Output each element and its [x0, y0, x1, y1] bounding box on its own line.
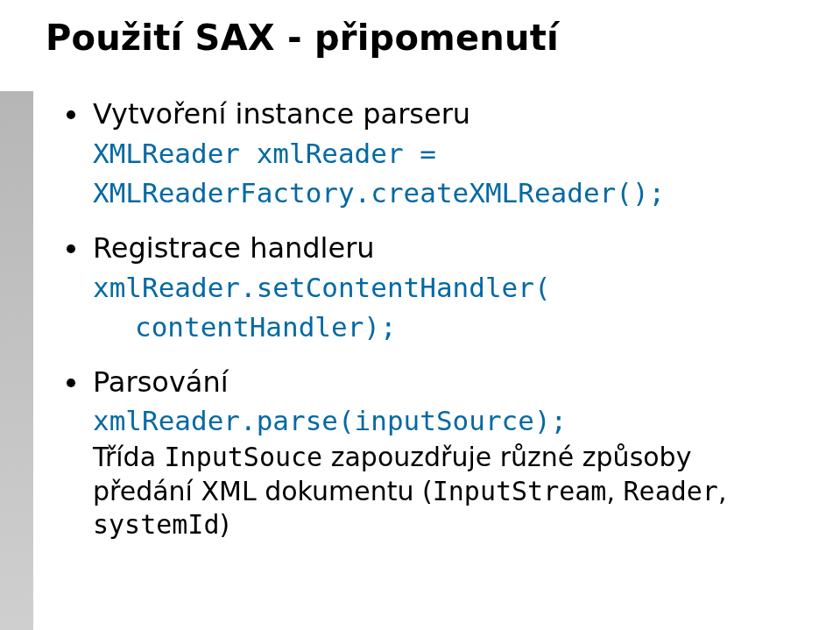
- bullet-heading: Registrace handleru: [93, 231, 375, 265]
- code-line: XMLReaderFactory.createXMLReader();: [93, 175, 797, 211]
- code-line: XMLReader xmlReader =: [93, 136, 797, 172]
- text: ): [220, 509, 230, 540]
- text: ,: [718, 476, 727, 506]
- text: ,: [606, 476, 623, 506]
- bullet-item: Parsování xmlReader.parse(inputSource); …: [61, 365, 797, 542]
- slide: Použití SAX - připomenutí Vytvoření inst…: [0, 0, 840, 630]
- bullet-heading: Parsování: [93, 365, 229, 399]
- slide-body: Vytvoření instance parseru XMLReader xml…: [61, 96, 797, 562]
- inline-code: systemId: [93, 509, 220, 540]
- inline-code: InputSouce: [165, 442, 323, 472]
- code-line: xmlReader.parse(inputSource);: [93, 403, 797, 439]
- code-line: xmlReader.setContentHandler(: [93, 270, 797, 306]
- bullet-item: Vytvoření instance parseru XMLReader xml…: [61, 96, 797, 211]
- side-accent-bar: [0, 91, 33, 630]
- text: Třída: [93, 442, 165, 472]
- slide-title: Použití SAX - připomenutí: [46, 18, 559, 58]
- bullet-list: Vytvoření instance parseru XMLReader xml…: [61, 96, 797, 542]
- bullet-heading: Vytvoření instance parseru: [93, 97, 470, 131]
- inline-code: Reader: [624, 476, 718, 506]
- bullet-item: Registrace handleru xmlReader.setContent…: [61, 230, 797, 345]
- inline-code: InputStream: [433, 476, 607, 506]
- bullet-subtext: Třída InputSouce zapouzdřuje různé způso…: [93, 441, 797, 542]
- code-line: contentHandler);: [93, 309, 797, 345]
